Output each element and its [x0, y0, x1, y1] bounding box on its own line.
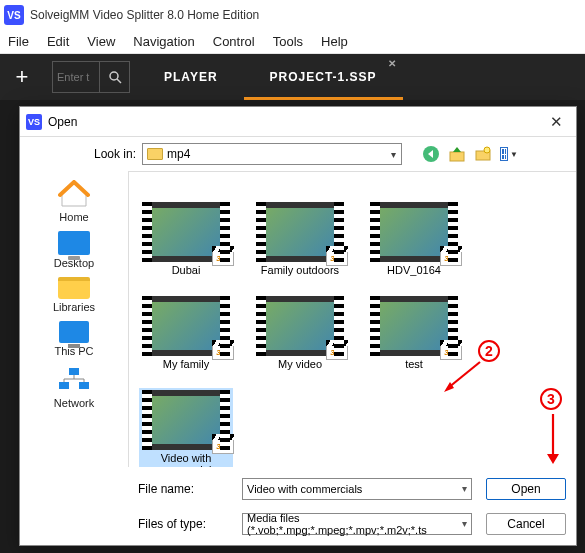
video-thumb-icon: [142, 296, 230, 356]
open-button[interactable]: Open: [486, 478, 566, 500]
menu-edit[interactable]: Edit: [47, 34, 69, 49]
svg-point-5: [484, 147, 490, 153]
open-dialog: VS Open ✕ Look in: mp4 ▾ ▼: [19, 106, 577, 546]
file-item-test[interactable]: test: [367, 294, 461, 372]
folder-icon: [147, 148, 163, 160]
menubar: File Edit View Navigation Control Tools …: [0, 30, 585, 54]
menu-file[interactable]: File: [8, 34, 29, 49]
thispc-icon: [59, 321, 89, 343]
menu-navigation[interactable]: Navigation: [133, 34, 194, 49]
place-label: Libraries: [53, 301, 95, 313]
place-libraries[interactable]: Libraries: [20, 277, 128, 313]
place-label: Network: [54, 397, 94, 409]
search-icon[interactable]: [99, 62, 129, 92]
video-thumb-icon: [256, 296, 344, 356]
place-home[interactable]: Home: [20, 179, 128, 223]
menu-control[interactable]: Control: [213, 34, 255, 49]
filename-label: File name:: [138, 482, 228, 496]
dialog-title: Open: [48, 115, 542, 129]
svg-rect-7: [59, 382, 69, 389]
video-thumb-icon: [142, 390, 230, 450]
filetype-label: Files of type:: [138, 517, 228, 531]
nav-icons: ▼: [422, 145, 518, 163]
tab-project-label: PROJECT-1.SSP: [270, 70, 377, 84]
file-label: HDV_0164: [387, 264, 441, 276]
filename-input[interactable]: Video with commercials ▾: [242, 478, 472, 500]
chevron-down-icon: ▾: [462, 483, 467, 494]
titlebar: VS SolveigMM Video Splitter 8.0 Home Edi…: [0, 0, 585, 30]
filename-value: Video with commercials: [247, 483, 362, 495]
file-label: Video with commercials: [141, 452, 231, 467]
toolbar: + PLAYER PROJECT-1.SSP ✕: [0, 54, 585, 100]
video-thumb-icon: [370, 296, 458, 356]
filetype-select[interactable]: Media files (*.vob;*.mpg;*.mpeg;*.mpv;*.…: [242, 513, 472, 535]
lookin-row: Look in: mp4 ▾ ▼: [20, 137, 576, 171]
dialog-close-button[interactable]: ✕: [542, 113, 570, 131]
nav-back-icon[interactable]: [422, 145, 440, 163]
close-icon[interactable]: ✕: [388, 58, 397, 69]
svg-point-0: [110, 72, 118, 80]
dialog-logo: VS: [26, 114, 42, 130]
lookin-value: mp4: [167, 147, 190, 161]
filetype-value: Media files (*.vob;*.mpg;*.mpeg;*.mpv;*.…: [247, 512, 462, 536]
libraries-icon: [58, 277, 90, 299]
file-label: test: [405, 358, 423, 370]
file-item-hdv0164[interactable]: HDV_0164: [367, 200, 461, 278]
home-icon: [56, 179, 92, 209]
place-thispc[interactable]: This PC: [20, 321, 128, 357]
cancel-button[interactable]: Cancel: [486, 513, 566, 535]
file-item-my-family[interactable]: My family: [139, 294, 233, 372]
search-input[interactable]: [53, 67, 99, 87]
file-pane[interactable]: Dubai Family outdoors HDV_0164 My family…: [128, 171, 576, 467]
place-desktop[interactable]: Desktop: [20, 231, 128, 269]
svg-rect-3: [450, 152, 464, 161]
chevron-down-icon: ▼: [510, 150, 518, 159]
search-box: [52, 61, 130, 93]
add-button[interactable]: +: [0, 54, 44, 100]
nav-newfolder-icon[interactable]: [474, 145, 492, 163]
svg-rect-8: [79, 382, 89, 389]
lookin-label: Look in:: [94, 147, 136, 161]
chevron-down-icon: ▾: [386, 149, 401, 160]
file-item-my-video[interactable]: My video: [253, 294, 347, 372]
nav-view-icon[interactable]: ▼: [500, 145, 518, 163]
svg-rect-6: [69, 368, 79, 375]
tab-player[interactable]: PLAYER: [138, 54, 244, 100]
svg-line-1: [117, 79, 121, 83]
video-thumb-icon: [370, 202, 458, 262]
menu-tools[interactable]: Tools: [273, 34, 303, 49]
file-label: My family: [163, 358, 209, 370]
tab-project[interactable]: PROJECT-1.SSP ✕: [244, 54, 403, 100]
video-thumb-icon: [142, 202, 230, 262]
nav-up-icon[interactable]: [448, 145, 466, 163]
place-label: Home: [59, 211, 88, 223]
places-bar: Home Desktop Libraries This PC Network: [20, 171, 128, 467]
file-label: Dubai: [172, 264, 201, 276]
file-item-video-with-commercials[interactable]: Video with commercials: [139, 388, 233, 467]
menu-help[interactable]: Help: [321, 34, 348, 49]
menu-view[interactable]: View: [87, 34, 115, 49]
dialog-titlebar: VS Open ✕: [20, 107, 576, 137]
file-item-dubai[interactable]: Dubai: [139, 200, 233, 278]
dialog-bottom: File name: Video with commercials ▾ Open…: [20, 467, 576, 545]
file-label: My video: [278, 358, 322, 370]
app-logo: VS: [4, 5, 24, 25]
app-title: SolveigMM Video Splitter 8.0 Home Editio…: [30, 8, 259, 22]
file-item-family-outdoors[interactable]: Family outdoors: [253, 200, 347, 278]
chevron-down-icon: ▾: [462, 518, 467, 529]
dialog-body: Home Desktop Libraries This PC Network: [20, 171, 576, 467]
lookin-combo[interactable]: mp4 ▾: [142, 143, 402, 165]
desktop-icon: [58, 231, 90, 255]
place-network[interactable]: Network: [20, 365, 128, 409]
video-thumb-icon: [256, 202, 344, 262]
tab-player-label: PLAYER: [164, 70, 218, 84]
network-icon: [56, 365, 92, 395]
